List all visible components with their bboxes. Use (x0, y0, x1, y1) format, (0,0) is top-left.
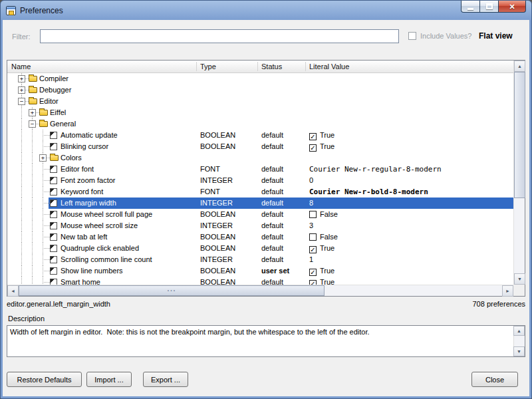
tree-row[interactable]: Smart homeBOOLEANdefault✓True (7, 277, 513, 285)
tree-row[interactable]: Keyword fontFONTdefaultCourier New-r-bol… (7, 186, 513, 198)
vertical-scrollbar-thumb[interactable] (514, 72, 525, 198)
horizontal-scrollbar[interactable]: ◄ ··· ► (7, 285, 513, 296)
row-label: Font zoom factor (61, 175, 116, 186)
scroll-left-icon[interactable]: ◄ (7, 285, 19, 297)
tree-row[interactable]: New tab at leftBOOLEANdefaultFalse (7, 231, 513, 243)
scroll-down-icon[interactable]: ▼ (514, 273, 525, 285)
checkbox-unchecked-icon[interactable] (309, 233, 317, 241)
expand-icon[interactable]: + (39, 154, 47, 162)
row-label: Compiler (39, 73, 68, 84)
preference-icon (50, 233, 57, 241)
row-literal-value: ✓True (309, 141, 334, 152)
tree-row[interactable]: Editor fontFONTdefaultCourier New-r-regu… (7, 164, 513, 175)
tree-row[interactable]: Font zoom factorINTEGERdefault0 (7, 175, 513, 186)
row-literal-value: 0 (309, 175, 313, 186)
maximize-button[interactable] (479, 1, 499, 13)
checkbox-checked-icon[interactable]: ✓ (309, 144, 317, 152)
tree-row[interactable]: +Debugger (7, 84, 513, 96)
column-header-type[interactable]: Type (200, 61, 216, 73)
row-literal-value: Courier New-r-bold-8-modern (309, 186, 428, 198)
titlebar[interactable]: Preferences ✕ (1, 1, 531, 20)
tree-guide-line (43, 135, 50, 136)
checkbox-checked-icon[interactable]: ✓ (309, 133, 317, 140)
close-dialog-button[interactable]: Close (471, 372, 518, 387)
minimize-icon (467, 8, 473, 10)
tree-row[interactable]: Scrolling common line countINTEGERdefaul… (7, 254, 513, 265)
checkbox-value-label: False (320, 210, 338, 218)
description-scrollbar[interactable]: ▲ ▼ (513, 326, 525, 356)
row-status: default (261, 175, 283, 186)
collapse-icon[interactable]: − (29, 120, 36, 128)
tree-row[interactable]: +Colors (7, 152, 513, 164)
minimize-button[interactable] (461, 1, 480, 13)
filter-input[interactable] (40, 29, 399, 43)
row-label: Quadruple click enabled (61, 243, 139, 254)
description-scroll-up-icon[interactable]: ▲ (513, 326, 525, 336)
tree-header: Name Type Status Literal Value (7, 61, 513, 73)
checkbox-checked-icon[interactable]: ✓ (309, 269, 317, 276)
preferences-tree: Name Type Status Literal Value +Compiler… (7, 60, 525, 297)
expand-icon[interactable]: + (18, 75, 25, 82)
expand-icon[interactable]: + (29, 109, 36, 116)
description-box: Width of left margin in editor. Note: th… (7, 325, 525, 357)
preference-icon (50, 279, 57, 285)
row-label: Scrolling common line count (61, 254, 152, 265)
description-scroll-down-icon[interactable]: ▼ (513, 346, 525, 356)
row-type: FONT (200, 164, 220, 175)
tree-row[interactable]: Mouse wheel scroll sizeINTEGERdefault3 (7, 220, 513, 231)
row-literal-value: ✓True (309, 277, 334, 285)
column-divider (257, 62, 258, 71)
preference-icon (50, 267, 57, 275)
tree-row[interactable]: +Eiffel (7, 107, 513, 118)
preference-icon (50, 177, 57, 184)
column-header-status[interactable]: Status (261, 61, 282, 73)
folder-icon (39, 121, 48, 127)
folder-icon (29, 98, 37, 104)
tree-row[interactable]: Blinking cursorBOOLEANdefault✓True (7, 141, 513, 152)
tree-row[interactable]: −Editor (7, 96, 513, 107)
dialog-body: Filter: Include Values? Flat view Name T… (3, 20, 529, 396)
tree-row[interactable]: Mouse wheel scroll full pageBOOLEANdefau… (7, 209, 513, 220)
flat-view-button[interactable]: Flat view (479, 31, 513, 41)
tree-guide-line (32, 198, 33, 209)
tree-row[interactable]: Automatic updateBOOLEANdefault✓True (7, 130, 513, 141)
tree-row[interactable]: Left margin widthINTEGERdefault8 (7, 198, 513, 209)
scroll-right-icon[interactable]: ► (502, 285, 513, 297)
row-status: default (261, 141, 283, 152)
include-values-checkbox[interactable] (408, 32, 416, 40)
tree-guide-line (32, 231, 33, 243)
row-type: FONT (200, 186, 220, 198)
close-button[interactable]: ✕ (498, 1, 526, 13)
row-status: default (261, 130, 283, 141)
export-button[interactable]: Export ... (143, 372, 188, 387)
checkbox-checked-icon[interactable]: ✓ (309, 246, 317, 253)
preference-icon (50, 132, 57, 139)
tree-row[interactable]: Show line numbersBOOLEANuser set✓True (7, 265, 513, 277)
folder-icon (29, 87, 37, 93)
row-type: BOOLEAN (200, 243, 235, 254)
checkbox-value-label: True (320, 142, 334, 150)
checkbox-checked-icon[interactable]: ✓ (309, 280, 317, 285)
tree-guide-line (32, 152, 33, 164)
tree-guide-line (32, 209, 33, 220)
preference-icon (50, 188, 57, 196)
import-button[interactable]: Import ... (86, 372, 132, 387)
checkbox-unchecked-icon[interactable] (309, 211, 317, 218)
row-literal-value: ✓True (309, 265, 334, 277)
collapse-icon[interactable]: − (18, 98, 25, 105)
column-header-name[interactable]: Name (11, 61, 31, 73)
tree-row[interactable]: Quadruple click enabledBOOLEANdefault✓Tr… (7, 243, 513, 254)
tree-row[interactable]: +Compiler (7, 73, 513, 84)
tree-guide-line (21, 243, 22, 254)
expand-icon[interactable]: + (18, 86, 25, 94)
vertical-scrollbar[interactable]: ▲ ▼ (513, 61, 525, 285)
tree-row[interactable]: −General (7, 118, 513, 130)
restore-defaults-button[interactable]: Restore Defaults (7, 372, 82, 387)
row-label: Left margin width (61, 198, 116, 209)
row-type: BOOLEAN (200, 209, 235, 220)
scroll-up-icon[interactable]: ▲ (514, 61, 525, 72)
preference-icon (50, 143, 57, 150)
column-header-literal-value[interactable]: Literal Value (309, 61, 349, 73)
horizontal-scrollbar-thumb[interactable]: ··· (19, 285, 325, 296)
row-type: BOOLEAN (200, 265, 235, 277)
